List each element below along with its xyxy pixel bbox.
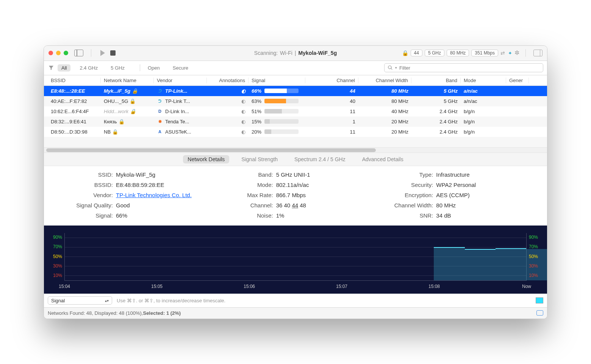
seg-5[interactable]: 5 GHz [107,64,128,72]
minimize-icon[interactable] [56,51,61,55]
detail-row: Signal:66% [55,212,216,219]
col-generation[interactable]: Gener [506,78,529,83]
detail-row: Vendor:TP-Link Technologies Co. Ltd. [55,192,216,198]
metric-select[interactable]: Signal ▴▾ [48,296,112,305]
detail-label: Mode: [216,182,276,188]
x-tick-label: 15:07 [336,284,347,289]
network-icon: ⇄ [500,50,505,56]
scanning-label: Scanning: [254,50,278,56]
col-vendor[interactable]: Vendor [154,78,207,83]
vendor-mini-icon: ✦ [508,50,512,56]
inspector-icon[interactable] [536,310,543,316]
lock-icon: 🔒 [112,129,118,135]
col-channel[interactable]: Channel [305,78,358,83]
lock-icon: 🔒 [132,88,138,94]
table-row[interactable] [44,137,547,147]
x-tick-label: Now [522,284,531,289]
detail-label: Noise: [216,212,276,219]
title-center: Scanning: Wi-Fi | Mykola-WiF_5g [254,50,337,56]
tab-signal-strength[interactable]: Signal Strength [237,155,282,163]
close-icon[interactable] [48,51,53,55]
col-annotations[interactable]: Annotations [207,78,249,83]
x-tick-label: 15:08 [428,284,440,289]
y-tick-label: 30% [529,263,541,269]
detail-value: Mykola-WiF_5g [116,171,155,178]
lock-icon: 🔒 [130,98,136,104]
series-color-swatch[interactable] [536,297,543,303]
detail-row: Channel Width:80 MHz [375,202,536,208]
network-table: BSSID Network Name Vendor Annotations Si… [44,75,547,152]
table-row[interactable]: 40:AE:...F:E7:82 OHU..._5G 🔒 ᕤTP-Link T.… [44,96,547,106]
security-filter-segments: Open Secure [144,64,192,72]
col-name[interactable]: Network Name [101,78,154,83]
detail-label: Signal Quality: [55,202,116,208]
width-badge: 80 MHz [447,50,469,56]
col-width[interactable]: Channel Width [358,78,411,83]
lock-icon: 🔒 [402,50,408,56]
filter-bar: All 2.4 GHz 5 GHz Open Secure ▾ [44,61,547,75]
detail-value: 866.7 Mbps [276,192,306,198]
detail-row: Max Rate:866.7 Mbps [216,192,376,198]
panel-toggle-icon[interactable] [533,50,543,56]
filter-icon[interactable] [48,65,55,71]
filter-search[interactable]: ▾ [384,63,543,72]
col-mode[interactable]: Mode [461,78,506,83]
detail-label: Band: [216,171,276,178]
title-separator: | [295,50,296,56]
gauge-icon: ◐ [241,129,245,135]
detail-row: Channel:36 40 44 48 [216,202,376,208]
detail-value: 66% [116,212,127,219]
y-tick-label: 50% [529,254,541,259]
band-badge: 5 GHz [425,50,444,56]
seg-all[interactable]: All [58,64,70,72]
col-signal[interactable]: Signal [249,78,305,83]
stop-button[interactable] [110,50,116,56]
tab-advanced[interactable]: Advanced Details [358,155,408,163]
detail-label: SNR: [375,212,436,219]
col-band[interactable]: Band [411,78,461,83]
detail-label: SSID: [55,171,116,178]
detail-value: 34 dB [436,212,451,219]
detail-label: Type: [375,171,436,178]
filter-input[interactable] [399,65,540,71]
rate-badge: 351 Mbps [471,50,498,56]
detail-row: SSID:Mykola-WiF_5g [55,171,216,178]
status-selected: Selected: 1 (2%) [143,310,181,316]
col-bssid[interactable]: BSSID [48,78,101,83]
details-grid: SSID:Mykola-WiF_5gBSSID:E8:48:B8:59:28:E… [44,166,547,226]
titlebar: Scanning: Wi-Fi | Mykola-WiF_5g 🔒 44 5 G… [44,46,547,61]
tab-network-details[interactable]: Network Details [183,155,229,163]
current-network-name: Mykola-WiF_5g [298,50,337,56]
table-body: E8:48:...:28:EE Myk...iF_5g 🔒 ᕤTP-Link..… [44,86,547,147]
zoom-icon[interactable] [64,51,68,55]
y-tick-label: 70% [529,244,541,249]
signal-chart: 90%90%70%70%50%50%30%30%10%10%15:0415:05… [44,226,547,294]
channel-badge: 44 [411,50,422,56]
timescale-hint: Use ⌘⇧. or ⌘⇧, to increase/decrease time… [117,298,225,303]
detail-row: BSSID:E8:48:B8:59:28:EE [55,182,216,188]
gauge-icon: ◐ [241,109,245,114]
sidebar-toggle-icon[interactable] [74,50,83,56]
filter-divider [140,64,140,71]
x-tick-label: 15:06 [244,284,255,289]
seg-open[interactable]: Open [144,64,164,72]
detail-label: Max Rate: [216,192,276,198]
detail-value: 36 40 44 48 [276,202,306,208]
tab-spectrum[interactable]: Spectrum 2.4 / 5 GHz [290,155,350,163]
detail-value: WPA2 Personal [436,182,476,188]
detail-row: Security:WPA2 Personal [375,182,536,188]
seg-24[interactable]: 2.4 GHz [76,64,102,72]
table-row[interactable]: E8:48:...:28:EE Myk...iF_5g 🔒 ᕤTP-Link..… [44,86,547,96]
table-row[interactable]: D8:50:...D:3D:98 NB 🔒 AASUSTeK... ◐ 20% … [44,127,547,137]
detail-value: E8:48:B8:59:28:EE [116,182,164,188]
detail-row: Encryption:AES (CCMP) [375,192,536,198]
table-row[interactable]: 10:62:E...6:F4:4F Hidd...work 🔒 DD-Link … [44,106,547,117]
detail-value: 80 MHz [436,202,456,208]
horizontal-scrollbar[interactable] [44,147,547,152]
spinner-icon [514,50,521,56]
table-row[interactable]: D8:32:...9:E6:41 Князь 🔒 ✹Tenda Te... ◐ … [44,117,547,127]
vendor-link[interactable]: TP-Link Technologies Co. Ltd. [116,192,192,198]
play-button[interactable] [100,50,105,56]
seg-secure[interactable]: Secure [169,64,192,72]
detail-value: AES (CCMP) [436,192,469,198]
